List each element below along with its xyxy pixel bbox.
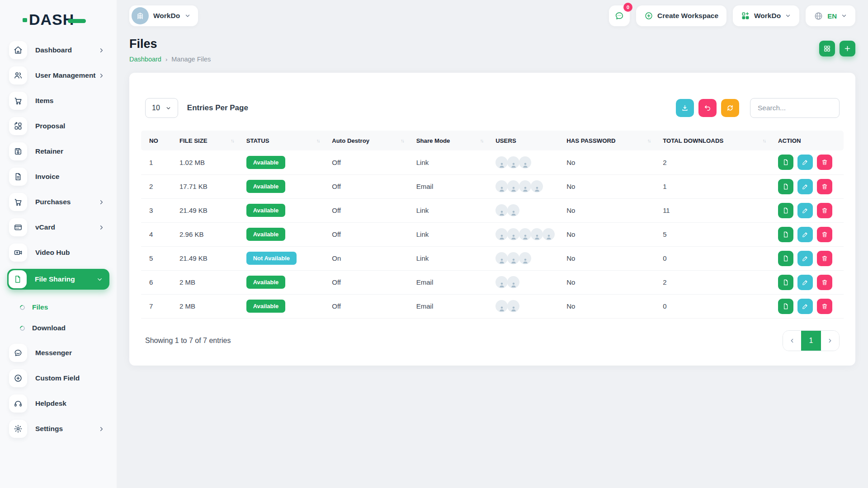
edit-file-button[interactable] — [797, 299, 813, 314]
edit-file-button[interactable] — [797, 227, 813, 242]
sidebar-item-label: Video Hub — [35, 249, 105, 257]
sidebar-item-vcard[interactable]: vCard — [7, 218, 109, 236]
sort-icon[interactable]: ↑↓ — [231, 138, 236, 143]
page-number-button[interactable]: 1 — [801, 331, 821, 351]
col-header-file-size[interactable]: FILE SIZE↑↓ — [174, 131, 241, 150]
breadcrumb-current: Manage Files — [171, 56, 211, 63]
logo-dot-shape — [23, 18, 27, 22]
sidebar-item-helpdesk[interactable]: Helpdesk — [7, 394, 109, 413]
sidebar-item-custom-field[interactable]: Custom Field — [7, 369, 109, 387]
sidebar-item-retainer[interactable]: Retainer — [7, 142, 109, 160]
sort-icon[interactable]: ↑↓ — [762, 138, 767, 143]
view-file-button[interactable] — [778, 155, 793, 170]
sort-icon[interactable]: ↑↓ — [316, 138, 321, 143]
proposal-icon — [9, 117, 27, 135]
view-file-button[interactable] — [778, 203, 793, 218]
avatar-group — [495, 276, 556, 288]
pencil-icon — [802, 303, 809, 310]
view-file-button[interactable] — [778, 179, 793, 194]
delete-file-button[interactable] — [817, 203, 832, 218]
file-icon — [782, 279, 789, 286]
sort-icon[interactable]: ↑↓ — [647, 138, 652, 143]
delete-file-button[interactable] — [817, 227, 832, 242]
edit-file-button[interactable] — [797, 179, 813, 194]
sidebar-item-invoice[interactable]: Invoice — [7, 168, 109, 186]
cell-total-downloads: 5 — [657, 222, 773, 246]
cell-share-mode: Link — [411, 198, 491, 222]
search-input[interactable] — [750, 98, 840, 118]
chevron-left-icon — [789, 338, 795, 344]
delete-file-button[interactable] — [817, 179, 832, 194]
cell-share-mode: Email — [411, 294, 491, 318]
add-file-button[interactable] — [840, 41, 855, 56]
previous-page-button[interactable] — [783, 331, 801, 351]
sidebar-item-purchases[interactable]: Purchases — [7, 193, 109, 211]
chat-bubble-icon — [9, 344, 27, 362]
sidebar-subitem-download[interactable]: Download — [7, 318, 109, 338]
delete-file-button[interactable] — [817, 299, 832, 314]
sidebar-item-user-management[interactable]: User Management — [7, 66, 109, 84]
user-avatar — [495, 228, 508, 240]
cell-status: Available — [241, 270, 327, 294]
sidebar-item-items[interactable]: Items — [7, 92, 109, 110]
page-title: Files — [129, 37, 211, 51]
grid-view-button[interactable] — [819, 41, 835, 56]
view-file-button[interactable] — [778, 275, 793, 290]
sidebar-item-dashboard[interactable]: Dashboard — [7, 41, 109, 59]
col-header-status[interactable]: STATUS↑↓ — [241, 131, 327, 150]
edit-file-button[interactable] — [797, 155, 813, 170]
cell-total-downloads: 0 — [657, 294, 773, 318]
sidebar-subitem-files[interactable]: Files — [7, 297, 109, 318]
next-page-button[interactable] — [821, 331, 839, 351]
brand-logo[interactable]: DASH — [29, 11, 117, 28]
sidebar-item-settings[interactable]: Settings — [7, 420, 109, 438]
avatar-group — [495, 204, 556, 216]
sidebar-item-video-hub[interactable]: Video Hub — [7, 244, 109, 262]
col-header-has-password[interactable]: HAS PASSWORD↑↓ — [561, 131, 657, 150]
delete-file-button[interactable] — [817, 155, 832, 170]
messages-button[interactable]: 0 — [609, 5, 630, 26]
view-file-button[interactable] — [778, 251, 793, 266]
table-toolbar: 10 Entries Per Page — [145, 98, 840, 118]
col-header-total-downloads[interactable]: TOTAL DOWNLOADS↑↓ — [657, 131, 773, 150]
page-header-actions — [819, 41, 855, 56]
user-avatar — [531, 180, 543, 192]
col-header-auto-destroy[interactable]: Auto Destroy↑↓ — [326, 131, 410, 150]
view-file-button[interactable] — [778, 299, 793, 314]
cell-users — [490, 270, 561, 294]
edit-file-button[interactable] — [797, 275, 813, 290]
cell-users — [490, 198, 561, 222]
breadcrumb-dashboard-link[interactable]: Dashboard — [129, 56, 161, 63]
avatar-group — [495, 228, 556, 240]
user-avatar — [507, 228, 519, 240]
workspace-selector[interactable]: WorkDo — [129, 5, 198, 26]
sidebar-item-file-sharing[interactable]: File Sharing — [7, 269, 109, 290]
col-header-share-mode[interactable]: Share Mode↑↓ — [411, 131, 491, 150]
language-selector[interactable]: EN — [806, 5, 855, 26]
files-table: NO FILE SIZE↑↓ STATUS↑↓ Auto Destroy↑↓ S… — [141, 131, 844, 319]
video-camera-icon — [9, 244, 27, 262]
cell-has-password: No — [561, 294, 657, 318]
sidebar-item-messenger[interactable]: Messenger — [7, 344, 109, 362]
undo-button[interactable] — [698, 99, 717, 117]
sort-icon[interactable]: ↑↓ — [480, 138, 485, 143]
chevron-right-icon — [98, 224, 105, 231]
entries-per-page-select[interactable]: 10 — [145, 98, 178, 118]
trash-icon — [821, 159, 828, 166]
delete-file-button[interactable] — [817, 275, 832, 290]
app-selector-button[interactable]: WorkDo — [733, 5, 799, 26]
sidebar-item-proposal[interactable]: Proposal — [7, 117, 109, 135]
sort-icon[interactable]: ↑↓ — [401, 138, 406, 143]
chevron-down-icon — [841, 13, 847, 19]
view-file-button[interactable] — [778, 227, 793, 242]
create-workspace-button[interactable]: Create Workspace — [636, 5, 726, 26]
refresh-button[interactable] — [721, 99, 739, 117]
edit-file-button[interactable] — [797, 251, 813, 266]
export-download-button[interactable] — [676, 99, 694, 117]
delete-file-button[interactable] — [817, 251, 832, 266]
user-avatar — [507, 252, 519, 264]
entries-select-value: 10 — [152, 104, 160, 112]
user-avatar — [495, 180, 508, 192]
edit-file-button[interactable] — [797, 203, 813, 218]
page-header: Files Dashboard › Manage Files — [129, 37, 855, 63]
